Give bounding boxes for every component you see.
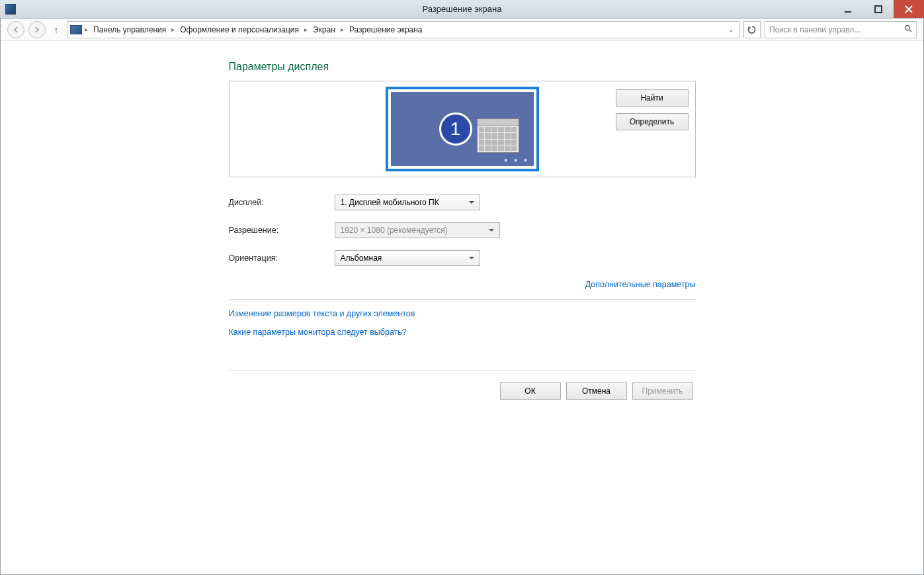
up-button[interactable]: ↑ bbox=[50, 24, 63, 35]
search-input[interactable]: Поиск в панели управл... bbox=[765, 21, 917, 38]
location-icon bbox=[70, 25, 82, 34]
chevron-right-icon: ▸ bbox=[171, 26, 175, 33]
search-placeholder: Поиск в панели управл... bbox=[769, 25, 861, 34]
apply-button[interactable]: Применить bbox=[632, 382, 693, 400]
window-title: Разрешение экрана bbox=[423, 4, 502, 14]
page-title: Параметры дисплея bbox=[229, 61, 696, 73]
nav-row: ↑ ▸ Панель управления ▸ Оформление и пер… bbox=[1, 19, 923, 41]
orientation-select[interactable]: Альбомная bbox=[335, 250, 480, 266]
ok-button[interactable]: ОК bbox=[500, 382, 561, 400]
resolution-select[interactable]: 1920 × 1080 (рекомендуется) bbox=[335, 222, 500, 238]
refresh-button[interactable] bbox=[743, 21, 761, 38]
forward-button[interactable] bbox=[28, 21, 46, 38]
breadcrumb-item[interactable]: Оформление и персонализация bbox=[177, 24, 302, 36]
advanced-settings-link[interactable]: Дополнительные параметры bbox=[585, 280, 696, 289]
chevron-down-icon[interactable]: ⌄ bbox=[726, 26, 736, 33]
chevron-right-icon: ▸ bbox=[341, 26, 344, 33]
window-glyph-icon bbox=[477, 118, 519, 153]
content-area: Параметры дисплея 1 bbox=[1, 41, 923, 400]
window-controls bbox=[833, 0, 924, 18]
svg-point-4 bbox=[905, 26, 910, 30]
display-preview: 1 ● ● ● На bbox=[229, 81, 696, 177]
search-icon bbox=[904, 24, 912, 34]
breadcrumb-item[interactable]: Разрешение экрана bbox=[347, 24, 425, 36]
dots-icon: ● ● ● bbox=[504, 156, 530, 163]
minimize-button[interactable] bbox=[833, 0, 863, 18]
cancel-button[interactable]: Отмена bbox=[566, 382, 627, 400]
maximize-button[interactable] bbox=[863, 0, 894, 18]
app-icon bbox=[5, 4, 16, 15]
resolution-label: Разрешение: bbox=[229, 226, 335, 235]
svg-rect-1 bbox=[875, 6, 882, 13]
chevron-right-icon: ▸ bbox=[85, 26, 88, 33]
divider bbox=[229, 299, 696, 300]
titlebar: Разрешение экрана bbox=[0, 0, 924, 19]
display-select[interactable]: 1. Дисплей мобильного ПК bbox=[335, 195, 480, 210]
orientation-label: Ориентация: bbox=[229, 253, 335, 263]
breadcrumb-item[interactable]: Экран bbox=[310, 24, 338, 36]
display-label: Дисплей: bbox=[229, 198, 335, 207]
close-button[interactable] bbox=[894, 0, 924, 18]
back-button[interactable] bbox=[7, 21, 24, 38]
detect-button[interactable]: Найти bbox=[616, 89, 689, 107]
breadcrumb-item[interactable]: Панель управления bbox=[91, 24, 169, 36]
chevron-right-icon: ▸ bbox=[304, 26, 308, 33]
identify-button[interactable]: Определить bbox=[616, 113, 689, 130]
monitor-number: 1 bbox=[439, 112, 472, 146]
help-link[interactable]: Какие параметры монитора следует выбрать… bbox=[229, 328, 696, 337]
breadcrumb-bar[interactable]: ▸ Панель управления ▸ Оформление и персо… bbox=[67, 21, 739, 38]
svg-line-5 bbox=[909, 30, 911, 32]
monitor-graphic[interactable]: 1 ● ● ● bbox=[386, 87, 539, 171]
text-size-link[interactable]: Изменение размеров текста и других элеме… bbox=[229, 309, 696, 318]
